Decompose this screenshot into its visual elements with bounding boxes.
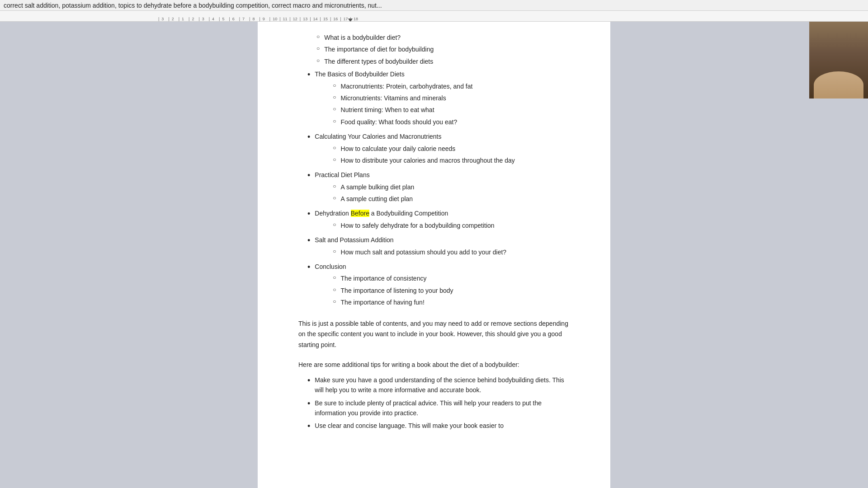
- section6-subitems: How much salt and potassium should you a…: [315, 247, 506, 257]
- list-item-label: Be sure to include plenty of practical a…: [315, 398, 570, 418]
- list-item: How much salt and potassium should you a…: [333, 247, 506, 257]
- section7-subitems: The importance of consistency The import…: [315, 273, 453, 307]
- list-item: Dehydration Before a Bodybuilding Compet…: [307, 208, 570, 232]
- list-item-label: What is a bodybuilder diet?: [324, 33, 401, 42]
- list-item-label: Nutrient timing: When to eat what: [341, 105, 434, 115]
- ruler-arrow: [348, 19, 353, 22]
- section3-title: Calculating Your Calories and Macronutri…: [315, 133, 441, 140]
- list-item-label: How to distribute your calories and macr…: [341, 155, 515, 165]
- section6-list: Salt and Potassium Addition How much sal…: [298, 235, 570, 259]
- list-item-label: Make sure you have a good understanding …: [315, 375, 570, 395]
- top-scrolling-bar: correct salt addition, potassium additio…: [0, 0, 868, 11]
- section3-content: Calculating Your Calories and Macronutri…: [315, 131, 514, 167]
- list-item-label: The importance of diet for bodybuilding: [324, 44, 434, 54]
- list-item: The different types of bodybuilder diets: [316, 56, 570, 66]
- ruler: | 3 | 2 | 1 | 2 | 3 | 4 | 5 | 6 | 7 | 8 …: [0, 11, 868, 22]
- list-item: A sample cutting diet plan: [333, 194, 414, 204]
- list-item: Food quality: What foods should you eat?: [333, 117, 472, 127]
- section4-list: Practical Diet Plans A sample bulking di…: [298, 170, 570, 206]
- section4-subitems: A sample bulking diet plan A sample cutt…: [315, 182, 414, 204]
- section2-subitems: Macronutrients: Protein, carbohydrates, …: [315, 81, 472, 127]
- list-item: Conclusion The importance of consistency…: [307, 262, 570, 310]
- paragraph1: This is just a possible table of content…: [298, 319, 570, 351]
- list-item-label: Use clear and concise language. This wil…: [315, 421, 504, 431]
- list-item: What is a bodybuilder diet?: [316, 33, 570, 42]
- section2-list: The Basics of Bodybuilder Diets Macronut…: [298, 69, 570, 129]
- section2-title: The Basics of Bodybuilder Diets: [315, 70, 404, 78]
- document-page: What is a bodybuilder diet? The importan…: [258, 22, 610, 488]
- ruler-content: | 3 | 2 | 1 | 2 | 3 | 4 | 5 | 6 | 7 | 8 …: [154, 17, 506, 21]
- tips-list: Make sure you have a good understanding …: [298, 375, 570, 432]
- list-item: Be sure to include plenty of practical a…: [307, 398, 570, 418]
- list-item: How to distribute your calories and macr…: [333, 155, 514, 165]
- section6-title: Salt and Potassium Addition: [315, 236, 393, 244]
- list-item-label: Macronutrients: Protein, carbohydrates, …: [341, 81, 473, 91]
- list-item: A sample bulking diet plan: [333, 182, 414, 192]
- top-bar-text: correct salt addition, potassium additio…: [0, 2, 386, 9]
- list-item: The importance of diet for bodybuilding: [316, 44, 570, 54]
- list-item-label: How to calculate your daily calorie need…: [341, 144, 456, 154]
- list-item-label: How much salt and potassium should you a…: [341, 247, 507, 257]
- list-item: Salt and Potassium Addition How much sal…: [307, 235, 570, 259]
- list-item: The importance of having fun!: [333, 297, 453, 307]
- list-item: Practical Diet Plans A sample bulking di…: [307, 170, 570, 206]
- ruler-label: | 3 | 2 | 1 | 2 | 3 | 4 | 5 | 6 | 7 | 8 …: [158, 17, 358, 21]
- section6-content: Salt and Potassium Addition How much sal…: [315, 235, 506, 259]
- list-item-label: Food quality: What foods should you eat?: [341, 117, 458, 127]
- list-item: How to calculate your daily calorie need…: [333, 144, 514, 154]
- highlight-before: Before: [351, 210, 369, 217]
- list-item-label: The importance of listening to your body: [341, 286, 453, 296]
- section3-subitems: How to calculate your daily calorie need…: [315, 144, 514, 166]
- list-item: How to safely dehydrate for a bodybuildi…: [333, 221, 494, 230]
- list-item: Nutrient timing: When to eat what: [333, 105, 472, 115]
- list-item-label: The different types of bodybuilder diets: [324, 56, 433, 66]
- list-item: The Basics of Bodybuilder Diets Macronut…: [307, 69, 570, 129]
- webcam-overlay: [809, 22, 868, 99]
- section7-title: Conclusion: [315, 263, 346, 270]
- list-item: Use clear and concise language. This wil…: [307, 421, 570, 432]
- section4-title: Practical Diet Plans: [315, 171, 369, 178]
- section5-subitems: How to safely dehydrate for a bodybuildi…: [315, 221, 494, 230]
- list-item-label: A sample cutting diet plan: [341, 194, 413, 204]
- section3-list: Calculating Your Calories and Macronutri…: [298, 131, 570, 167]
- paragraph2: Here are some additional tips for writin…: [298, 360, 570, 371]
- list-item-label: How to safely dehydrate for a bodybuildi…: [341, 221, 495, 230]
- list-item-label: A sample bulking diet plan: [341, 182, 415, 192]
- list-item: Calculating Your Calories and Macronutri…: [307, 131, 570, 167]
- section4-content: Practical Diet Plans A sample bulking di…: [315, 170, 414, 206]
- list-item: Macronutrients: Protein, carbohydrates, …: [333, 81, 472, 91]
- section1-list: What is a bodybuilder diet? The importan…: [298, 33, 570, 66]
- section7-content: Conclusion The importance of consistency…: [315, 262, 453, 310]
- document-wrapper: What is a bodybuilder diet? The importan…: [0, 22, 868, 488]
- list-item: The importance of consistency: [333, 273, 453, 283]
- list-item: Make sure you have a good understanding …: [307, 375, 570, 395]
- section5-content: Dehydration Before a Bodybuilding Compet…: [315, 208, 494, 232]
- section2-content: The Basics of Bodybuilder Diets Macronut…: [315, 69, 472, 129]
- section7-list: Conclusion The importance of consistency…: [298, 262, 570, 310]
- section5-title: Dehydration Before a Bodybuilding Compet…: [315, 210, 448, 217]
- section5-list: Dehydration Before a Bodybuilding Compet…: [298, 208, 570, 232]
- list-item-label: The importance of having fun!: [341, 297, 425, 307]
- list-item-label: Micronutrients: Vitamins and minerals: [341, 93, 446, 103]
- webcam-video: [809, 22, 868, 99]
- list-item-label: The importance of consistency: [341, 273, 427, 283]
- list-item: The importance of listening to your body: [333, 286, 453, 296]
- list-item: Micronutrients: Vitamins and minerals: [333, 93, 472, 103]
